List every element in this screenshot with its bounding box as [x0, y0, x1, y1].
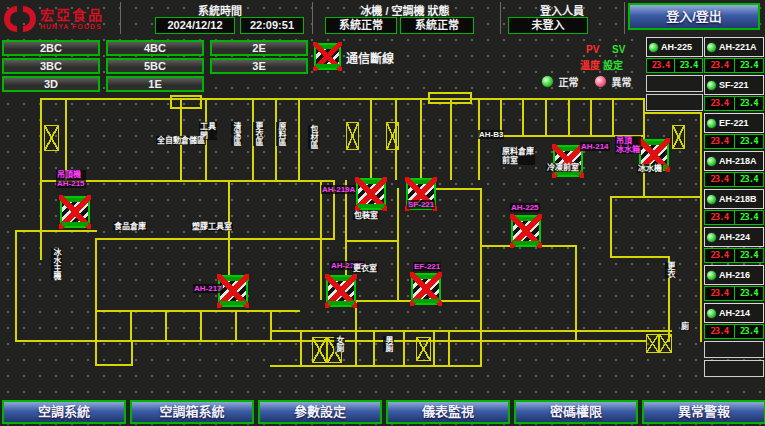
sidebar-item-ef-221[interactable]: EF-221 — [704, 113, 764, 133]
abnormal-label: 異常 — [611, 77, 631, 88]
nav-button-ahu-system[interactable]: 空調箱系統 — [130, 400, 254, 424]
wall — [610, 256, 670, 258]
status-led-icon — [706, 270, 717, 281]
comm-error-icon — [314, 43, 341, 70]
sidebar-item-sf-221[interactable]: SF-221 — [704, 75, 764, 95]
ahu-unit-icon[interactable] — [511, 215, 541, 247]
normal-led-icon — [541, 75, 554, 88]
stairwell-box — [170, 95, 202, 109]
wall — [545, 100, 547, 135]
sv-value: 23.4 — [735, 173, 764, 186]
floor-button-3bc[interactable]: 3BC — [2, 58, 100, 74]
status-led-icon — [706, 118, 717, 129]
ahu-unit-icon[interactable] — [356, 178, 386, 210]
nav-button-password-auth[interactable]: 密碼權限 — [514, 400, 638, 424]
wall — [270, 310, 272, 340]
room-label: 冰水機 — [637, 164, 663, 173]
wall — [610, 196, 612, 258]
room-label: 包裝室 — [353, 211, 379, 220]
abnormal-led-icon — [594, 75, 607, 88]
status-led-icon — [706, 42, 717, 53]
floor-button-4bc[interactable]: 4BC — [106, 40, 204, 56]
floor-button-2e[interactable]: 2E — [210, 40, 308, 56]
wall — [448, 330, 450, 365]
sidebar-column-b: AH-221A23.423.4SF-22123.423.4EF-22123.42… — [704, 37, 764, 379]
logo-icon — [4, 5, 36, 33]
system-date-value: 2024/12/12 — [155, 17, 235, 34]
wall — [355, 330, 357, 365]
nav-button-param-settings[interactable]: 參數設定 — [258, 400, 382, 424]
unit-name: SF-221 — [719, 80, 749, 90]
floor-button-5bc[interactable]: 5BC — [106, 58, 204, 74]
unit-readings: 23.423.4 — [704, 286, 764, 301]
wall — [345, 240, 399, 242]
sidebar-item-ah-218b[interactable]: AH-218B — [704, 189, 764, 209]
wall — [298, 100, 300, 180]
floor-button-3e[interactable]: 3E — [210, 58, 308, 74]
wall — [95, 238, 97, 342]
header-divider — [624, 2, 625, 34]
wall — [370, 100, 372, 180]
login-status-value: 未登入 — [508, 17, 588, 34]
legend-normal: 正常 — [541, 72, 578, 90]
ahu-unit-icon[interactable] — [411, 273, 441, 305]
room-label: 冷凍前室 — [546, 163, 580, 172]
floor-button-2bc[interactable]: 2BC — [2, 40, 100, 56]
ahu-unit-icon[interactable] — [326, 275, 356, 307]
nav-button-meter-monitor[interactable]: 儀表監視 — [386, 400, 510, 424]
ahu-unit-icon[interactable] — [553, 145, 583, 177]
room-label: 食品倉庫 — [113, 222, 147, 231]
sidebar-item-ah-225[interactable]: AH-225 — [646, 37, 703, 57]
header-divider — [120, 2, 121, 34]
wall — [300, 330, 302, 365]
empty-slot — [704, 360, 764, 377]
stairs-icon — [416, 337, 431, 361]
unit-readings: 23.423.4 — [704, 172, 764, 187]
pv-value: 23.4 — [705, 211, 734, 224]
wall — [130, 310, 132, 340]
room-label: 男廁 — [383, 336, 394, 352]
wall — [165, 310, 167, 340]
room-label: 清潔區 — [231, 122, 242, 146]
sv-value: 23.4 — [735, 135, 764, 148]
login-logout-button[interactable]: 登入/登出 — [628, 3, 760, 30]
wall — [590, 100, 592, 135]
room-label: 更衣 — [665, 262, 676, 278]
wall — [270, 365, 482, 367]
room-label: AH-B3 — [478, 130, 504, 139]
wall — [450, 100, 452, 180]
room-label: 包材區 — [308, 125, 319, 149]
sidebar-item-ah-218a[interactable]: AH-218A — [704, 151, 764, 171]
system-time-label: 系統時間 — [150, 2, 290, 16]
status-led-icon — [706, 232, 717, 243]
empty-slot — [704, 341, 764, 358]
ahu-unit-icon[interactable] — [60, 196, 90, 228]
room-label: 女廁 — [334, 336, 345, 352]
stairwell-box — [428, 92, 472, 104]
wall — [200, 310, 202, 340]
stairs-icon — [346, 122, 359, 150]
login-user-label: 登入人員 — [512, 2, 612, 16]
equipment-tag-label: AH-214 — [580, 142, 610, 151]
room-label: 冰水主機 — [51, 248, 62, 280]
wall — [575, 245, 577, 342]
unit-name: AH-221A — [719, 42, 757, 52]
sidebar-item-ah-216[interactable]: AH-216 — [704, 265, 764, 285]
sidebar-item-ah-224[interactable]: AH-224 — [704, 227, 764, 247]
wall — [235, 310, 237, 340]
nav-button-alarm[interactable]: 異常警報 — [642, 400, 765, 424]
status-led-icon — [706, 308, 717, 319]
sidebar-column-a: AH-22523.423.4 — [646, 37, 703, 113]
wall — [480, 188, 482, 332]
floor-button-1e[interactable]: 1E — [106, 76, 204, 92]
wall — [433, 330, 435, 365]
sidebar-item-ah-221a[interactable]: AH-221A — [704, 37, 764, 57]
comm-loss-x-icon — [410, 272, 442, 306]
nav-button-ac-system[interactable]: 空調系統 — [2, 400, 126, 424]
legend-abnormal: 異常 — [594, 72, 631, 90]
wall — [40, 98, 42, 260]
wall — [373, 330, 375, 365]
sidebar-item-ah-214[interactable]: AH-214 — [704, 303, 764, 323]
comm-loss-x-icon — [510, 214, 542, 248]
floor-button-3d[interactable]: 3D — [2, 76, 100, 92]
